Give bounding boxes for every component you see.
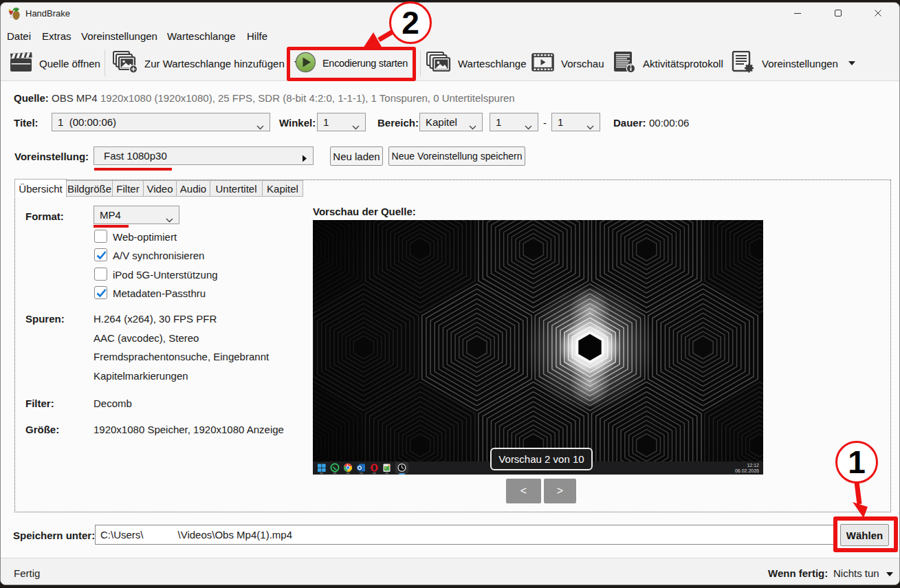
angle-select[interactable]: 1 [317, 113, 366, 131]
web-optimized-label: Web-optimiert [113, 231, 177, 243]
taskbar-clock-date: 06.02.2026 [735, 468, 759, 474]
range-to-value: 1 [558, 116, 563, 128]
range-separator: - [543, 117, 547, 129]
preset-select-value: Fast 1080p30 [104, 150, 167, 162]
title-label: Titel: [14, 117, 39, 129]
chevron-down-icon [166, 213, 173, 225]
source-name: OBS MP4 [52, 92, 98, 104]
toolbar-label: Vorschau [561, 58, 604, 69]
maximize-button[interactable] [822, 3, 854, 23]
range-to-select[interactable]: 1 [551, 113, 600, 131]
source-label: Quelle: [14, 92, 49, 104]
menu-datei[interactable]: Datei [7, 30, 31, 42]
chevron-down-icon [469, 120, 476, 132]
handbrake-logo-icon [7, 6, 21, 21]
tab-uebersicht[interactable]: Übersicht [14, 179, 67, 197]
window-title: HandBrake [25, 8, 70, 19]
close-button[interactable] [862, 3, 894, 23]
tracks-line: Fremdsprachentonsuche, Eingebrannt [94, 351, 269, 362]
menu-extras[interactable]: Extras [42, 30, 72, 42]
title-select-value: 1 (00:00:06) [58, 116, 116, 128]
filters-label: Filter: [25, 398, 54, 409]
preview-icon [531, 52, 555, 74]
tracks-line: Kapitelmarkierungen [94, 370, 188, 382]
open-source-button[interactable]: Quelle öffnen [10, 46, 100, 80]
tracks-line: H.264 (x264), 30 FPS PFR [94, 313, 217, 325]
add-to-queue-button[interactable]: Zur Warteschlange hinzufügen [113, 46, 301, 80]
source-details: 1920x1080 (1920x1080), 25 FPS, SDR (8-bi… [100, 92, 515, 104]
activity-log-button[interactable]: Aktivitätsprotokoll [612, 46, 723, 80]
range-from-value: 1 [496, 116, 501, 128]
chevron-down-icon [352, 120, 360, 132]
handbrake-window: HandBrake Datei Extras Voreinstellungen … [0, 2, 900, 585]
tab-video[interactable]: Video [144, 180, 177, 197]
preset-select[interactable]: Fast 1080p30 [94, 146, 314, 165]
angle-select-value: 1 [323, 116, 329, 128]
toolbar-label: Zur Warteschlange hinzufügen [144, 58, 285, 69]
chevron-right-icon [302, 153, 307, 164]
range-type-select[interactable]: Kapitel [419, 113, 483, 131]
tab-kapitel[interactable]: Kapitel [263, 180, 303, 197]
av-sync-checkbox[interactable] [94, 248, 107, 261]
ipod-support-checkbox[interactable] [94, 268, 107, 281]
chevron-down-icon [886, 572, 893, 576]
preview-counter-overlay: Vorschau 2 von 10 [490, 448, 593, 470]
duration-label: Dauer: [613, 117, 646, 129]
tab-untertitel[interactable]: Untertitel [210, 180, 263, 197]
menu-voreinstellungen[interactable]: Voreinstellungen [81, 30, 157, 42]
when-done-select[interactable]: Nichts tun [833, 567, 893, 579]
save-new-preset-button[interactable]: Neue Voreinstellung speichern [388, 146, 525, 166]
preview-prev-button[interactable]: < [506, 479, 541, 503]
size-label: Größe: [25, 424, 59, 435]
preset-label: Voreinstellung: [14, 151, 89, 162]
save-path-input[interactable]: C:\Users\ \Videos\Obs Mp4(1).mp4 [95, 525, 836, 545]
presets-button[interactable]: Voreinstellungen [731, 46, 855, 80]
chevron-down-icon[interactable] [848, 61, 855, 65]
annotation-step-1-number: 1 [848, 444, 866, 481]
metadata-passthru-checkbox[interactable] [94, 286, 107, 299]
preview-button[interactable]: Vorschau [531, 46, 604, 80]
when-done-label: Wenn fertig: [768, 567, 828, 579]
format-select[interactable]: MP4 [94, 206, 179, 224]
chevron-down-icon [525, 120, 532, 132]
annotation-step-1: 1 [835, 441, 878, 483]
annotation-underline-preset [94, 168, 172, 171]
menu-warteschlange[interactable]: Warteschlange [167, 30, 236, 42]
status-bar [0, 558, 900, 585]
toolbar-label: Quelle öffnen [39, 58, 100, 69]
toolbar-label: Aktivitätsprotokoll [643, 58, 723, 69]
ipod-support-label: iPod 5G-Unterstützung [113, 269, 218, 281]
tab-filter[interactable]: Filter [113, 180, 144, 197]
save-as-label: Speichern unter: [13, 530, 95, 541]
menu-hilfe[interactable]: Hilfe [247, 30, 267, 42]
queue-button[interactable]: Warteschlange [426, 46, 527, 80]
preview-next-button[interactable]: > [544, 479, 576, 503]
queue-icon [426, 52, 452, 75]
tracks-label: Spuren: [25, 313, 65, 325]
reload-preset-button[interactable]: Neu laden [330, 146, 383, 166]
hexagon-wallpaper [313, 220, 763, 475]
format-select-value: MP4 [100, 209, 121, 221]
range-from-select[interactable]: 1 [490, 113, 538, 131]
title-select[interactable]: 1 (00:00:06) [52, 113, 270, 131]
filters-value: Decomb [94, 398, 132, 409]
preview-heading: Vorschau der Quelle: [313, 206, 416, 217]
angle-label: Winkel: [279, 117, 316, 129]
toolbar-separator [420, 50, 421, 76]
size-value: 1920x1080 Speicher, 1920x1080 Anzeige [94, 424, 284, 435]
minimize-button[interactable] [782, 3, 813, 23]
annotation-box-browse [833, 516, 898, 552]
tab-audio[interactable]: Audio [177, 180, 210, 197]
range-type-value: Kapitel [426, 116, 457, 128]
clapperboard-icon [10, 52, 33, 75]
range-label: Bereich: [377, 117, 419, 129]
activity-log-icon [612, 51, 637, 76]
web-optimized-checkbox[interactable] [94, 230, 107, 243]
metadata-passthru-label: Metadaten-Passthru [113, 287, 206, 299]
chevron-down-icon [256, 120, 264, 132]
annotation-box-start-encode [287, 47, 416, 81]
taskbar-clock: 12:12 06.02.2026 [735, 463, 759, 474]
tab-bildgroesse[interactable]: Bildgröße [67, 180, 113, 197]
main-toolbar: Quelle öffnen Zur Warteschlange hinzufüg… [0, 46, 900, 81]
annotation-step-2: 2 [389, 1, 432, 44]
